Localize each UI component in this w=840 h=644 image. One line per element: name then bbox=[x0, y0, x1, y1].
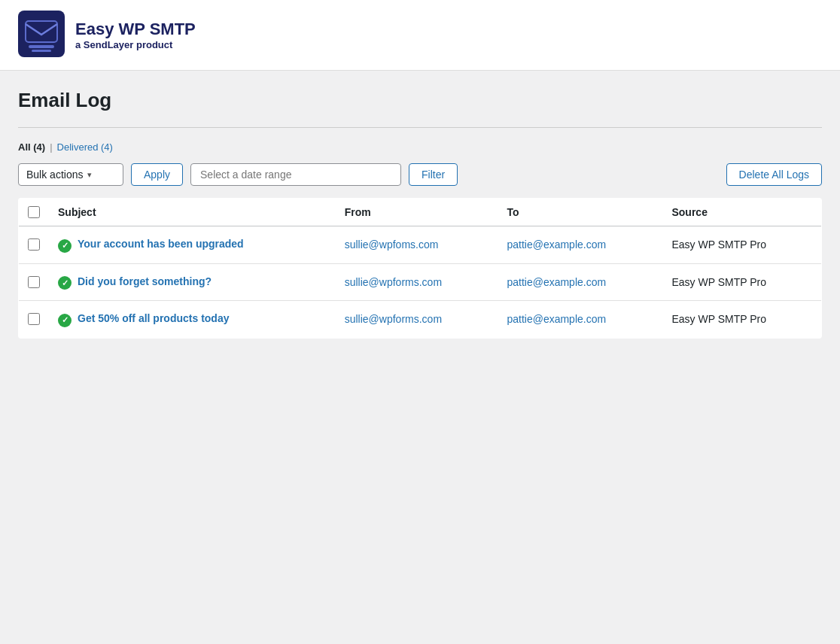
row-subject[interactable]: Did you forget something? bbox=[78, 275, 212, 290]
row-to: pattie@example.com bbox=[498, 226, 662, 264]
row-subject[interactable]: Get 50% off all products today bbox=[78, 311, 229, 327]
app-title: Easy WP SMTP bbox=[75, 20, 196, 39]
main-content: Email Log All (4) | Delivered (4) Bulk a… bbox=[0, 71, 840, 357]
row-from: sullie@wpforms.com bbox=[336, 301, 498, 339]
th-source: Source bbox=[662, 199, 821, 226]
delete-all-logs-button[interactable]: Delete All Logs bbox=[726, 163, 822, 186]
row-subject[interactable]: Your account has been upgraded bbox=[78, 237, 244, 252]
filter-tabs: All (4) | Delivered (4) bbox=[18, 141, 822, 153]
table-header-row: Subject From To Source bbox=[19, 199, 822, 226]
table-row: ✓ Did you forget something? sullie@wpfor… bbox=[19, 263, 822, 301]
row-checkbox-cell bbox=[19, 263, 50, 301]
status-delivered-icon: ✓ bbox=[58, 276, 72, 290]
th-from: From bbox=[336, 199, 498, 226]
app-header: Easy WP SMTP a SendLayer product bbox=[0, 0, 840, 71]
svg-rect-2 bbox=[29, 45, 54, 48]
filter-button[interactable]: Filter bbox=[409, 163, 458, 186]
row-checkbox-cell bbox=[19, 301, 50, 339]
filter-tab-all[interactable]: All (4) bbox=[18, 141, 45, 153]
app-subtitle: a SendLayer product bbox=[75, 39, 196, 50]
app-logo bbox=[18, 11, 65, 59]
table-row: ✓ Get 50% off all products today sullie@… bbox=[19, 301, 822, 339]
toolbar: Bulk actions ▾ Apply Filter Delete All L… bbox=[18, 163, 822, 186]
row-subject-cell: ✓ Did you forget something? bbox=[49, 263, 336, 301]
row-subject-cell: ✓ Your account has been upgraded bbox=[49, 226, 336, 264]
status-delivered-icon: ✓ bbox=[58, 238, 72, 253]
row-checkbox[interactable] bbox=[28, 238, 40, 251]
th-checkbox bbox=[19, 199, 50, 226]
divider bbox=[18, 127, 822, 128]
row-from: sullie@wpforms.com bbox=[336, 263, 498, 301]
row-checkbox[interactable] bbox=[28, 313, 40, 325]
row-source: Easy WP SMTP Pro bbox=[662, 263, 821, 301]
row-subject-cell: ✓ Get 50% off all products today bbox=[49, 301, 336, 339]
th-subject: Subject bbox=[49, 199, 336, 226]
filter-separator: | bbox=[50, 141, 52, 153]
email-log-table: Subject From To Source ✓ Your account ha… bbox=[18, 198, 822, 339]
bulk-actions-dropdown[interactable]: Bulk actions ▾ bbox=[18, 163, 123, 186]
app-title-block: Easy WP SMTP a SendLayer product bbox=[75, 20, 196, 50]
filter-tab-delivered[interactable]: Delivered (4) bbox=[57, 141, 113, 153]
select-all-checkbox[interactable] bbox=[28, 206, 40, 218]
apply-button[interactable]: Apply bbox=[131, 163, 183, 186]
row-from: sullie@wpfoms.com bbox=[336, 226, 498, 264]
page-title: Email Log bbox=[18, 89, 822, 112]
row-to: pattie@example.com bbox=[498, 301, 662, 339]
svg-rect-3 bbox=[32, 50, 51, 52]
row-to: pattie@example.com bbox=[498, 263, 662, 301]
row-source: Easy WP SMTP Pro bbox=[662, 301, 821, 339]
status-delivered-icon: ✓ bbox=[58, 313, 72, 327]
table-row: ✓ Your account has been upgraded sullie@… bbox=[19, 226, 822, 264]
svg-rect-1 bbox=[26, 21, 57, 42]
chevron-down-icon: ▾ bbox=[87, 170, 92, 180]
bulk-actions-label: Bulk actions bbox=[26, 169, 83, 181]
row-checkbox-cell bbox=[19, 226, 50, 264]
row-checkbox[interactable] bbox=[28, 276, 40, 288]
row-source: Easy WP SMTP Pro bbox=[662, 226, 821, 264]
th-to: To bbox=[498, 199, 662, 226]
date-range-input[interactable] bbox=[190, 163, 401, 186]
